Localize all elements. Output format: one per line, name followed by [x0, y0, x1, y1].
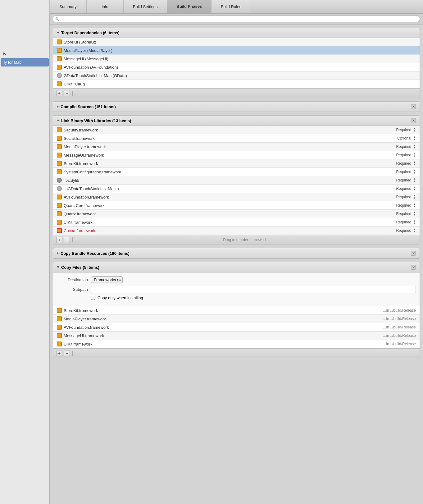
row-status: Required ▲▼ [396, 203, 416, 208]
stepper[interactable]: ▲▼ [413, 178, 416, 183]
table-row[interactable]: StoreKit.framework ...in ../build/Releas… [53, 306, 420, 315]
table-row[interactable]: Cocoa.framework Required ▲▼ [53, 227, 420, 235]
lib-icon [57, 178, 62, 183]
search-wrapper [53, 16, 420, 22]
stepper[interactable]: ▲▼ [413, 195, 416, 199]
framework-icon [57, 341, 62, 346]
row-name: StoreKit (StoreKit) [64, 40, 416, 44]
section-title-copy-files: Copy Files (5 items) [61, 265, 99, 270]
destination-select[interactable]: Frameworks [91, 276, 123, 283]
table-row[interactable]: MediaPlayer.framework ...in ../build/Rel… [53, 315, 420, 323]
close-copy-files-button[interactable]: ✕ [411, 265, 416, 270]
row-name: Social.framework [64, 136, 397, 141]
row-name: AVFoundation.framework [64, 195, 396, 199]
section-header-copy-files[interactable]: Copy Files (5 items) ✕ [53, 262, 420, 273]
table-row[interactable]: AVFoundation (AVFoundation) [53, 63, 420, 71]
tab-build-settings[interactable]: Build Settings [123, 0, 167, 13]
table-row[interactable]: UIKit.framework Required ▲▼ [53, 218, 420, 227]
section-footer-target-deps: + − [53, 88, 420, 98]
collapse-triangle-copy-bundle [57, 252, 59, 254]
stepper[interactable]: ▲▼ [413, 186, 416, 191]
row-name: UIKit.framework [64, 342, 382, 346]
stepper[interactable]: ▲▼ [413, 211, 416, 216]
destination-select-wrapper: Frameworks [91, 276, 123, 283]
row-status: Optional ▲▼ [397, 136, 416, 141]
remove-button[interactable]: − [64, 90, 70, 96]
main-content: Summary Info Build Settings Build Phases… [50, 0, 423, 504]
add-button[interactable]: + [56, 90, 62, 96]
row-status: Required ▲▼ [396, 161, 416, 166]
copy-only-label: Copy only when installing [98, 296, 143, 300]
row-name: Quartz.framework [64, 212, 396, 216]
subpath-row: Subpath [57, 286, 416, 293]
stepper[interactable]: ▲▼ [413, 153, 416, 158]
table-row[interactable]: MediaPlayer.framework Required ▲▼ [53, 143, 420, 151]
copy-only-row: Copy only when installing [57, 296, 416, 300]
table-row[interactable]: StoreKit (StoreKit) [53, 38, 420, 46]
table-row[interactable]: AVFoundation.framework ...in ../build/Re… [53, 323, 420, 332]
row-name: AVFoundation (AVFoundation) [64, 65, 416, 70]
framework-icon [57, 48, 62, 53]
framework-icon [57, 211, 62, 216]
stepper[interactable]: ▲▼ [413, 228, 416, 233]
copy-only-checkbox[interactable] [91, 296, 95, 300]
stepper[interactable]: ▲▼ [413, 220, 416, 225]
stepper[interactable]: ▲▼ [413, 136, 416, 141]
row-name: StoreKit.framework [64, 308, 382, 313]
stepper[interactable]: ▲▼ [413, 169, 416, 174]
table-row[interactable]: MessageUI.framework Required ▲▼ [53, 151, 420, 159]
row-name: GDataTouchStaticLib_Mac (GData) [64, 73, 416, 78]
tab-build-rules[interactable]: Build Rules [211, 0, 251, 13]
table-row[interactable]: UIKit (UIKit) [53, 80, 420, 88]
table-row[interactable]: QuartzCore.framework Required ▲▼ [53, 201, 420, 210]
sidebar-item-iy[interactable]: Iy [0, 50, 49, 58]
collapse-triangle-copy-files [57, 266, 59, 268]
table-row[interactable]: SystemConfiguration.framework Required ▲… [53, 168, 420, 176]
table-row[interactable]: Quartz.framework Required ▲▼ [53, 210, 420, 218]
add-framework-button[interactable]: + [56, 237, 62, 243]
copy-path: ...in ../build/Release [383, 308, 416, 313]
section-header-link-binary[interactable]: Link Binary With Libraries (13 items) ✕ [53, 116, 420, 126]
destination-label: Destination [57, 277, 88, 282]
stepper[interactable]: ▲▼ [413, 203, 416, 208]
table-row[interactable]: Security.framework Required ▲▼ [53, 126, 420, 134]
tab-build-phases[interactable]: Build Phases [167, 0, 212, 13]
table-row[interactable]: libGDataTouchStaticLib_Mac.a Required ▲▼ [53, 185, 420, 193]
row-status: Required ▲▼ [396, 127, 416, 132]
table-row[interactable]: StoreKit.framework Required ▲▼ [53, 159, 420, 168]
table-row[interactable]: UIKit.framework ...in ../build/Release [53, 340, 420, 348]
subpath-input[interactable] [91, 286, 416, 293]
framework-icon [57, 169, 62, 174]
stepper[interactable]: ▲▼ [413, 144, 416, 149]
close-copy-bundle-button[interactable]: ✕ [411, 251, 416, 256]
remove-copy-file-button[interactable]: − [64, 350, 70, 356]
section-header-target-dependencies[interactable]: Target Dependencies (6 items) [53, 28, 420, 38]
framework-icon [57, 65, 62, 70]
section-header-compile-sources[interactable]: Compile Sources (151 items) ✕ [53, 102, 420, 112]
search-input[interactable] [53, 16, 420, 22]
add-copy-file-button[interactable]: + [56, 350, 62, 356]
section-title-link: Link Binary With Libraries (13 items) [61, 118, 131, 123]
sidebar-item-iy-for-mac[interactable]: Iy for Mac [1, 58, 49, 66]
stepper[interactable]: ▲▼ [413, 161, 416, 166]
tab-summary[interactable]: Summary [49, 0, 87, 13]
row-name: MessageUI (MessageUI) [64, 57, 416, 61]
table-row[interactable]: MediaPlayer (MediaPlayer) [53, 46, 420, 55]
tab-info[interactable]: Info [86, 0, 124, 13]
remove-framework-button[interactable]: − [64, 237, 70, 243]
table-row[interactable]: MessageUI (MessageUI) [53, 55, 420, 63]
table-row[interactable]: GDataTouchStaticLib_Mac (GData) [53, 71, 420, 80]
staticlib-icon [57, 186, 62, 191]
table-row[interactable]: libz.dylib Required ▲▼ [53, 176, 420, 185]
framework-icon [57, 127, 62, 132]
section-header-copy-bundle[interactable]: Copy Bundle Resources (190 items) ✕ [53, 248, 420, 259]
stepper[interactable]: ▲▼ [413, 127, 416, 132]
copy-path: ...in ../build/Release [383, 317, 416, 321]
divider [72, 351, 73, 356]
table-row[interactable]: MessageUI.framework ...in ../build/Relea… [53, 332, 420, 340]
table-row[interactable]: Social.framework Optional ▲▼ [53, 134, 420, 143]
table-row[interactable]: AVFoundation.framework Required ▲▼ [53, 193, 420, 201]
close-link-button[interactable]: ✕ [411, 118, 416, 123]
close-compile-button[interactable]: ✕ [411, 104, 416, 109]
section-title-compile: Compile Sources (151 items) [61, 104, 116, 109]
